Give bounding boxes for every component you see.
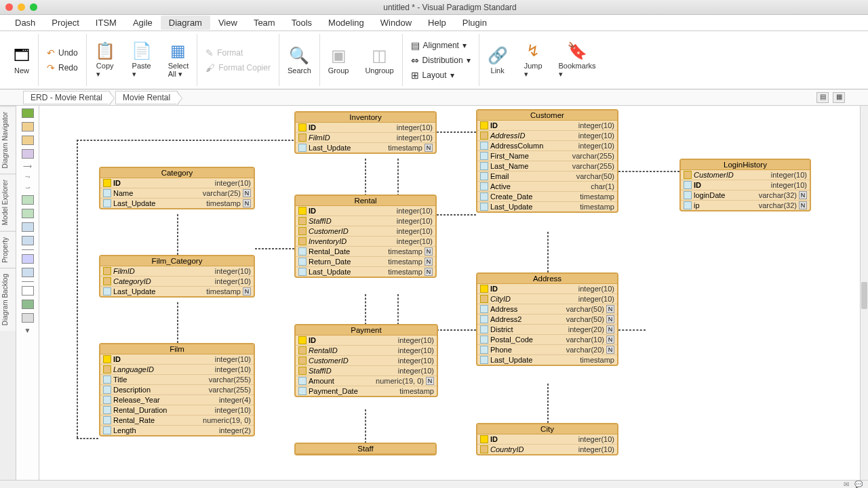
jump-button[interactable]: ↯Jump▾	[521, 39, 545, 81]
layout-menu[interactable]: ⊞Layout ▾	[408, 68, 473, 82]
entity-row[interactable]: Amountnumeric(19, 0)N	[296, 376, 437, 386]
breadcrumb-item[interactable]: Movie Rental	[115, 91, 178, 104]
entity-row[interactable]: CustomerIDinteger(10)	[296, 226, 435, 237]
new-button[interactable]: 🗔New	[11, 43, 33, 77]
undo-button[interactable]: ↶Undo	[44, 46, 81, 60]
entity-row[interactable]: FilmIDinteger(10)	[100, 266, 254, 277]
entity-row[interactable]: CountryIDinteger(10)	[477, 445, 617, 454]
formatcopier-button[interactable]: 🖌Format Copier	[203, 61, 273, 75]
menu-diagram[interactable]: Diagram	[161, 16, 210, 30]
sidetab-property[interactable]: Property	[0, 231, 16, 268]
selectall-button[interactable]: ▦Select All ▾	[165, 39, 192, 81]
entity-row[interactable]: Lengthinteger(2)	[100, 426, 254, 435]
menu-window[interactable]: Window	[372, 16, 420, 30]
menu-itsm[interactable]: ITSM	[87, 16, 125, 30]
entity-row[interactable]: Last_UpdatetimestampN	[100, 287, 254, 296]
entity-row[interactable]: Rental_DatetimestampN	[296, 247, 435, 257]
palette-line-icon[interactable]	[22, 249, 34, 250]
menu-modeling[interactable]: Modeling	[320, 16, 372, 30]
format-button[interactable]: ✎Format	[203, 46, 273, 60]
entity-row[interactable]: LanguageIDinteger(10)	[100, 365, 254, 375]
entity-row[interactable]: Last_UpdatetimestampN	[296, 143, 435, 152]
entity-row[interactable]: Titlevarchar(255)	[100, 375, 254, 385]
group-button[interactable]: ▣Group	[326, 43, 352, 77]
entity-row[interactable]: IDinteger(10)	[681, 180, 810, 190]
entity-row[interactable]: CustomerIDinteger(10)	[296, 356, 437, 366]
entity-row[interactable]: Rental_Durationinteger(10)	[100, 405, 254, 415]
bookmarks-button[interactable]: 🔖Bookmarks▾	[556, 39, 599, 81]
palette-folder-icon[interactable]	[22, 254, 34, 264]
palette-image-icon[interactable]	[22, 300, 34, 309]
entity-row[interactable]: IDinteger(10)	[296, 206, 435, 216]
close-icon[interactable]	[5, 3, 13, 11]
entity-row[interactable]: Return_DatetimestampN	[296, 257, 435, 267]
layers-icon[interactable]: ▤	[816, 92, 829, 103]
menu-plugin[interactable]: Plugin	[454, 16, 495, 30]
redo-button[interactable]: ↷Redo	[44, 61, 81, 75]
entity-row[interactable]: IDinteger(10)	[477, 121, 617, 131]
entity-row[interactable]: loginDatevarchar(32)N	[681, 190, 810, 201]
menu-tools[interactable]: Tools	[283, 16, 320, 30]
palette-view-icon[interactable]	[22, 149, 34, 159]
entity-row[interactable]: FilmIDinteger(10)	[296, 133, 435, 143]
maximize-icon[interactable]	[30, 3, 37, 11]
entity-customer[interactable]: CustomerIDinteger(10)AddressIDinteger(10…	[476, 109, 618, 213]
entity-row[interactable]: First_Namevarchar(255)	[477, 151, 617, 161]
entity-row[interactable]: Activechar(1)	[477, 182, 617, 192]
entity-category[interactable]: CategoryIDinteger(10)Namevarchar(25)NLas…	[99, 167, 255, 209]
palette-proc-icon[interactable]	[22, 236, 34, 245]
entity-rental[interactable]: RentalIDinteger(10)StaffIDinteger(10)Cus…	[294, 195, 437, 278]
minimize-icon[interactable]	[18, 3, 25, 11]
entity-row[interactable]: Addressvarchar(50)N	[477, 304, 617, 314]
entity-row[interactable]: IDinteger(10)	[100, 178, 254, 188]
entity-row[interactable]: RentalIDinteger(10)	[296, 346, 437, 356]
entity-row[interactable]: Namevarchar(25)N	[100, 188, 254, 199]
link-button[interactable]: 🔗Link	[485, 43, 511, 77]
palette-cursor-icon[interactable]	[22, 108, 34, 118]
entity-row[interactable]: Descriptionvarchar(255)	[100, 385, 254, 395]
feedback-icon[interactable]: 💬	[854, 481, 863, 488]
entity-row[interactable]: CategoryIDinteger(10)	[100, 277, 254, 287]
entity-inventory[interactable]: InventoryIDinteger(10)FilmIDinteger(10)L…	[294, 111, 437, 154]
entity-address[interactable]: AddressIDinteger(10)CityIDinteger(10)Add…	[476, 272, 618, 366]
entity-row[interactable]: InventoryIDinteger(10)	[296, 237, 435, 247]
entity-row[interactable]: IDinteger(10)	[296, 123, 435, 133]
entity-loginhistory[interactable]: LoginHistoryCustomerIDinteger(10)IDinteg…	[679, 159, 811, 211]
entity-row[interactable]: Emailvarchar(50)	[477, 171, 617, 182]
entity-staff[interactable]: Staff	[294, 443, 437, 455]
entity-row[interactable]: Release_Yearinteger(4)	[100, 395, 254, 405]
entity-row[interactable]: StaffIDinteger(10)	[296, 216, 435, 226]
view-icon[interactable]: ▦	[833, 92, 845, 103]
palette-doc-icon[interactable]	[22, 268, 34, 277]
menu-dash[interactable]: Dash	[7, 16, 43, 30]
entity-row[interactable]: Address2varchar(50)N	[477, 314, 617, 325]
ungroup-button[interactable]: ◫Ungroup	[362, 43, 396, 77]
breadcrumb-item[interactable]: ERD - Movie Rental	[23, 91, 110, 104]
entity-row[interactable]: Phonevarchar(20)N	[477, 345, 617, 355]
entity-film[interactable]: FilmIDinteger(10)LanguageIDinteger(10)Ti…	[99, 343, 255, 436]
entity-row[interactable]: Last_Namevarchar(255)	[477, 161, 617, 171]
entity-row[interactable]: Districtinteger(20)N	[477, 325, 617, 335]
entity-row[interactable]: CustomerIDinteger(10)	[681, 170, 810, 180]
entity-row[interactable]: Rental_Ratenumeric(19, 0)	[100, 415, 254, 426]
paste-button[interactable]: 📄Paste▾	[129, 39, 155, 81]
entity-row[interactable]: Payment_Datetimestamp	[296, 386, 437, 396]
menu-view[interactable]: View	[210, 16, 245, 30]
entity-filmcategory[interactable]: Film_CategoryFilmIDinteger(10)CategoryID…	[99, 255, 255, 298]
menu-team[interactable]: Team	[245, 16, 283, 30]
palette-entity-icon[interactable]	[22, 122, 34, 131]
copy-button[interactable]: 📋Copy▾	[92, 39, 118, 81]
entity-row[interactable]: Last_UpdatetimestampN	[100, 199, 254, 208]
entity-row[interactable]: StaffIDinteger(10)	[296, 366, 437, 376]
palette-table-icon[interactable]	[22, 195, 34, 205]
entity-row[interactable]: Create_Datetimestamp	[477, 192, 617, 202]
menu-agile[interactable]: Agile	[125, 16, 161, 30]
entity-row[interactable]: Last_Updatetimestamp	[477, 202, 617, 211]
sidetab-model-explorer[interactable]: Model Explorer	[0, 174, 16, 230]
entity-payment[interactable]: PaymentIDinteger(10)RentalIDinteger(10)C…	[294, 324, 438, 397]
palette-sep-icon[interactable]	[22, 281, 34, 282]
palette-note-icon[interactable]	[22, 222, 34, 232]
entity-row[interactable]: Last_Updatetimestamp	[477, 355, 617, 365]
menu-project[interactable]: Project	[43, 16, 87, 30]
sidetab-diagram-backlog[interactable]: Diagram Backlog	[0, 268, 16, 331]
